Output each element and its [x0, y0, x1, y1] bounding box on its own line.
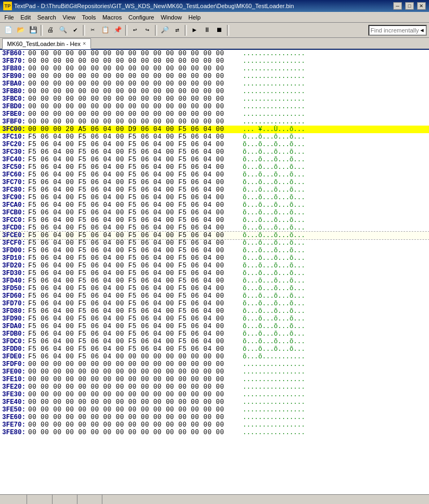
ascii-column: õ...õ...õ...õ... [239, 307, 348, 315]
menu-file[interactable]: File [1, 12, 17, 22]
table-row: 3FE00:00 00 00 00 00 00 00 00 00 00 00 0… [0, 368, 429, 376]
hex-address: 3FCA0: [0, 201, 28, 209]
table-row: 3FB80:00 00 00 00 00 00 00 00 00 00 00 0… [0, 65, 429, 73]
table-row: 3FC30:F5 06 04 00 F5 06 04 00 F5 06 04 0… [0, 148, 429, 156]
hex-address: 3FE10: [0, 376, 28, 383]
ascii-column: õ...õ...õ...õ... [239, 217, 348, 224]
hex-bytes: F5 06 04 00 F5 06 04 00 F5 06 04 00 F5 0… [28, 270, 239, 277]
table-row: 3FCC0:F5 06 04 00 F5 06 04 00 F5 06 04 0… [0, 217, 429, 224]
menu-help[interactable]: Help [185, 12, 204, 22]
hex-bytes: F5 06 04 00 F5 06 04 00 F5 06 04 00 F5 0… [28, 239, 239, 247]
new-button[interactable]: 📄 [2, 24, 14, 36]
table-row: 3FCE0:F5 06 04 00 F5 06 04 00 F5 06 04 0… [0, 232, 429, 239]
hex-bytes: F5 06 04 00 F5 06 04 00 F5 06 04 00 F5 0… [28, 254, 239, 262]
hex-bytes: F5 06 04 00 F5 06 04 00 F5 06 04 00 F5 0… [28, 133, 239, 141]
ascii-column: õ...õ...õ...õ... [239, 270, 348, 277]
ascii-column: ................ [239, 383, 348, 391]
table-row: 3FB70:00 00 00 00 00 00 00 00 00 00 00 0… [0, 57, 429, 65]
table-row: 3FBD0:00 00 00 00 00 00 00 00 00 00 00 0… [0, 103, 429, 110]
tab-bar: MK60_TestLoader.bin - Hex × [0, 38, 429, 50]
menu-edit[interactable]: Edit [17, 12, 34, 22]
hex-bytes: F5 06 04 00 F5 06 04 00 F5 06 04 00 F5 0… [28, 148, 239, 156]
hex-bytes: F5 06 04 00 F5 06 04 00 F5 06 04 00 F5 0… [28, 156, 239, 163]
maximize-button[interactable]: □ [405, 2, 414, 10]
table-row: 3FD00:F5 06 04 00 F5 06 04 00 F5 06 04 0… [0, 247, 429, 254]
hex-address: 3FC50: [0, 163, 28, 171]
ascii-column: õ...õ...õ...õ... [239, 247, 348, 254]
table-row: 3FDD0:F5 06 04 00 F5 06 04 00 F5 06 04 0… [0, 345, 429, 353]
toolbar-sep-6 [227, 25, 229, 36]
table-row: 3FC40:F5 06 04 00 F5 06 04 00 F5 06 04 0… [0, 156, 429, 163]
ascii-column: ................ [239, 95, 348, 103]
paste-button[interactable]: 📌 [112, 24, 123, 36]
find-button[interactable]: 🔎 [159, 24, 171, 36]
hex-address: 3FE30: [0, 391, 28, 398]
table-row: 3FBB0:00 00 00 00 00 00 00 00 00 00 00 0… [0, 88, 429, 95]
table-row: 3FE10:00 00 00 00 00 00 00 00 00 00 00 0… [0, 376, 429, 383]
hex-content-area[interactable]: 3FB60:00 00 00 00 00 00 00 00 00 00 00 0… [0, 50, 429, 494]
hex-bytes: 00 00 00 00 00 00 00 00 00 00 00 00 00 0… [28, 376, 239, 383]
hex-bytes: F5 06 04 00 F5 06 04 00 F5 06 04 00 F5 0… [28, 315, 239, 323]
hex-bytes: F5 06 04 00 F5 06 04 00 F5 06 04 00 F5 0… [28, 232, 239, 239]
spell-check-button[interactable]: ✔ [69, 24, 81, 36]
hex-bytes: F5 06 04 00 F5 06 04 00 F5 06 04 00 F5 0… [28, 171, 239, 179]
save-button[interactable]: 💾 [27, 24, 39, 36]
minimize-button[interactable]: ─ [393, 2, 402, 10]
menu-search[interactable]: Search [34, 12, 60, 22]
print-button[interactable]: 🖨 [44, 24, 56, 36]
replace-button[interactable]: ⇄ [171, 24, 183, 36]
menu-macros[interactable]: Macros [99, 12, 125, 22]
hex-address: 3FD30: [0, 270, 28, 277]
hex-tab[interactable]: MK60_TestLoader.bin - Hex × [2, 38, 91, 49]
table-row: 3FCF0:F5 06 04 00 F5 06 04 00 F5 06 04 0… [0, 239, 429, 247]
ascii-column: ................ [239, 88, 348, 95]
pause-button[interactable]: ⏸ [201, 24, 213, 36]
hex-address: 3FC70: [0, 179, 28, 186]
hex-bytes: F5 06 04 00 F5 06 04 00 F5 06 04 00 F5 0… [28, 141, 239, 148]
table-row: 3FC20:F5 06 04 00 F5 06 04 00 F5 06 04 0… [0, 141, 429, 148]
close-button[interactable]: ✕ [417, 2, 426, 10]
find-incrementally-input[interactable] [370, 27, 419, 34]
menu-view[interactable]: View [60, 12, 79, 22]
hex-bytes: 00 00 00 00 00 00 00 00 00 00 00 00 00 0… [28, 118, 239, 126]
ascii-column: õ...õ...õ...õ... [239, 224, 348, 232]
table-row: 3FD90:F5 06 04 00 F5 06 04 00 F5 06 04 0… [0, 315, 429, 323]
toolbar-sep-3 [125, 25, 127, 36]
hex-address: 3FD10: [0, 254, 28, 262]
table-row: 3FD60:F5 06 04 00 F5 06 04 00 F5 06 04 0… [0, 292, 429, 300]
table-row: 3FDA0:F5 06 04 00 F5 06 04 00 F5 06 04 0… [0, 323, 429, 330]
run-button[interactable]: ▶ [188, 24, 200, 36]
redo-button[interactable]: ↪ [141, 24, 153, 36]
toolbar: 📄 📂 💾 🖨 🔍 ✔ ✂ 📋 📌 ↩ ↪ 🔎 ⇄ ▶ ⏸ ⏹ ◀ [0, 23, 429, 38]
find-incrementally-box[interactable]: ◀ [368, 25, 427, 36]
ascii-column: ................ [239, 57, 348, 65]
ascii-column: ................ [239, 118, 348, 126]
copy-button[interactable]: 📋 [99, 24, 111, 36]
hex-bytes: F5 06 04 00 F5 06 04 00 F5 06 04 00 F5 0… [28, 345, 239, 353]
hex-address: 3FB70: [0, 57, 28, 65]
hex-address: 3FBA0: [0, 80, 28, 88]
toolbar-sep-5 [185, 25, 187, 36]
table-row: 3FC60:F5 06 04 00 F5 06 04 00 F5 06 04 0… [0, 171, 429, 179]
stop-button[interactable]: ⏹ [213, 24, 225, 36]
cut-button[interactable]: ✂ [87, 24, 99, 36]
find-prev-button[interactable]: ◀ [419, 27, 425, 34]
menu-window[interactable]: Window [158, 12, 185, 22]
ascii-column: õ...õ...õ...õ... [239, 186, 348, 194]
window-title: TextPad - D:\ThruBit\GitRepositories\GIT… [14, 3, 390, 9]
hex-bytes: 00 00 00 00 00 00 00 00 00 00 00 00 00 0… [28, 421, 239, 429]
hex-bytes: 00 00 00 00 00 00 00 00 00 00 00 00 00 0… [28, 57, 239, 65]
ascii-column: õ...õ...õ...õ... [239, 345, 348, 353]
table-row: 3FC00:00 00 00 20 A5 06 04 00 D9 06 04 0… [0, 126, 429, 133]
ascii-column: õ...õ...õ...õ... [239, 254, 348, 262]
hex-address: 3FBF0: [0, 118, 28, 126]
open-button[interactable]: 📂 [15, 24, 27, 36]
undo-button[interactable]: ↩ [129, 24, 141, 36]
print-preview-button[interactable]: 🔍 [57, 24, 69, 36]
ascii-column: õ...õ...õ...õ... [239, 277, 348, 285]
hex-address: 3FD00: [0, 247, 28, 254]
menu-tools[interactable]: Tools [79, 12, 99, 22]
menu-configure[interactable]: Configure [125, 12, 158, 22]
tab-close-button[interactable]: × [83, 41, 86, 47]
table-row: 3FD30:F5 06 04 00 F5 06 04 00 F5 06 04 0… [0, 270, 429, 277]
